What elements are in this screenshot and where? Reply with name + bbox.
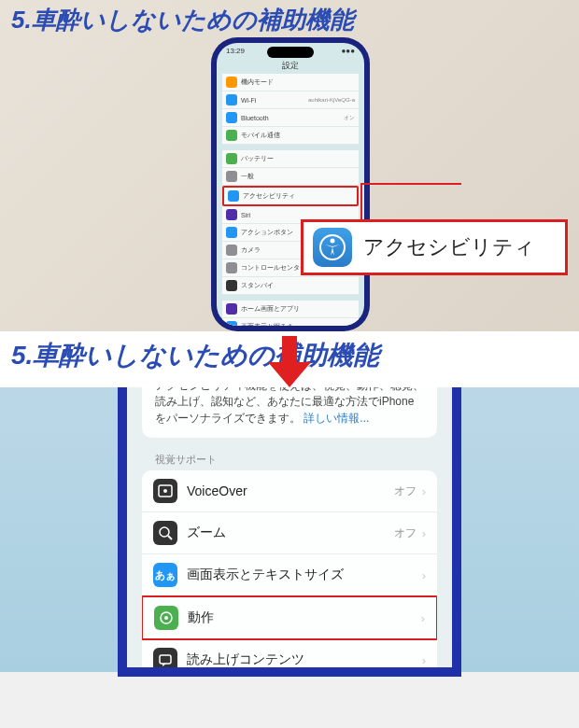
callout-connector-v [360,183,362,222]
chevron-right-icon: › [422,568,426,582]
row-value: オフ [394,525,417,541]
vision-row-VoiceOver[interactable]: VoiceOverオフ› [142,470,437,512]
vision-support-list: VoiceOverオフ›ズームオフ›あぁ画面表示とテキストサイズ›動作›読み上げ… [142,470,437,667]
row-label: 画面表示と明るさ [241,322,355,326]
svg-line-5 [168,536,172,539]
phone-screen-small: 13:29 ●●● 設定 機内モードWi-Fiauhikari-KjVeQG-a… [217,43,364,326]
row-icon [226,130,237,141]
section-vision-support: 視覚サポート [155,453,452,467]
settings-row-Wi-Fi[interactable]: Wi-Fiauhikari-KjVeQG-a [222,91,359,109]
svg-point-1 [331,239,335,244]
title-overlay-top: 5.車酔いしないための補助機能 [11,4,354,36]
row-label: バッテリー [241,154,355,163]
row-icon [226,227,237,238]
zoom-icon [153,521,177,545]
row-icon [226,153,237,164]
chevron-right-icon: › [421,611,425,625]
accessibility-callout: アクセシビリティ [301,219,568,275]
row-label: 画面表示とテキストサイズ [187,567,417,583]
row-value: auhikari-KjVeQG-a [308,97,355,103]
status-time: 13:29 [226,47,245,55]
row-icon [226,303,237,315]
settings-row-ホーム画面とアプリ[interactable]: ホーム画面とアプリ [222,301,359,318]
row-icon [226,280,237,291]
svg-point-3 [163,489,167,493]
vision-row-動作[interactable]: 動作› [142,595,437,640]
row-label: Wi-Fi [241,97,308,104]
settings-row-一般[interactable]: 一般 [222,168,359,186]
row-label: 動作 [188,609,416,626]
callout-connector-h [360,183,461,185]
motion-icon [154,606,178,630]
callout-label: アクセシビリティ [363,233,535,261]
row-icon [226,209,237,220]
settings-row-バッテリー[interactable]: バッテリー [222,150,359,168]
chevron-right-icon: › [422,653,426,667]
settings-row-機内モード[interactable]: 機内モード [222,74,359,91]
row-icon [226,77,237,88]
vision-row-ズーム[interactable]: ズームオフ› [142,512,437,554]
row-label: VoiceOver [187,483,394,498]
accessibility-icon [313,228,352,267]
svg-point-4 [160,527,169,537]
settings-row-画面表示と明るさ[interactable]: 画面表示と明るさ [222,318,359,326]
row-value: オフ [394,483,417,499]
svg-rect-8 [160,655,171,664]
vo-icon [153,479,177,503]
row-label: アクセシビリティ [243,191,353,201]
arrow-down-icon [268,336,311,391]
row-label: Bluetooth [241,115,344,121]
row-label: ホーム画面とアプリ [241,304,355,314]
settings-row-アクセシビリティ[interactable]: アクセシビリティ [222,186,359,206]
speech-icon [153,648,177,667]
vision-row-読み上げコンテンツ[interactable]: 読み上げコンテンツ› [142,639,437,667]
row-icon [226,262,237,273]
row-label: 機内モード [241,77,355,87]
settings-header: 設定 [217,58,364,74]
row-label: モバイル通信 [241,131,355,140]
row-label: Siri [241,212,355,218]
phone-frame-small: 13:29 ●●● 設定 機内モードWi-Fiauhikari-KjVeQG-a… [211,37,370,331]
svg-point-7 [164,616,168,620]
settings-list: 機内モードWi-Fiauhikari-KjVeQG-aBluetoothオンモバ… [217,74,364,326]
settings-row-モバイル通信[interactable]: モバイル通信 [222,127,359,145]
row-icon [226,245,237,256]
row-icon [226,112,237,123]
row-label: 読み上げコンテンツ [187,651,417,667]
notch [267,47,314,58]
row-value: オン [344,114,355,122]
more-info-link[interactable]: 詳しい情報... [304,412,369,425]
chevron-right-icon: › [422,484,426,498]
settings-row-Bluetooth[interactable]: Bluetoothオン [222,109,359,127]
aa-icon: あぁ [153,563,177,587]
title-overlay-bottom: 5.車酔いしないための補助機能 [11,338,379,373]
settings-row-スタンバイ[interactable]: スタンバイ [222,277,359,295]
row-label: スタンバイ [241,281,355,290]
row-icon [228,190,239,202]
row-icon [226,94,237,105]
top-panel: 5.車酔いしないための補助機能 13:29 ●●● 設定 機内モードWi-Fia… [0,0,579,331]
status-icons: ●●● [342,47,356,55]
vision-row-画面表示とテキストサイズ[interactable]: あぁ画面表示とテキストサイズ› [142,554,437,596]
chevron-right-icon: › [422,526,426,540]
row-label: 一般 [241,172,355,181]
row-icon [226,321,237,326]
row-icon [226,171,237,182]
row-label: ズーム [187,525,394,541]
